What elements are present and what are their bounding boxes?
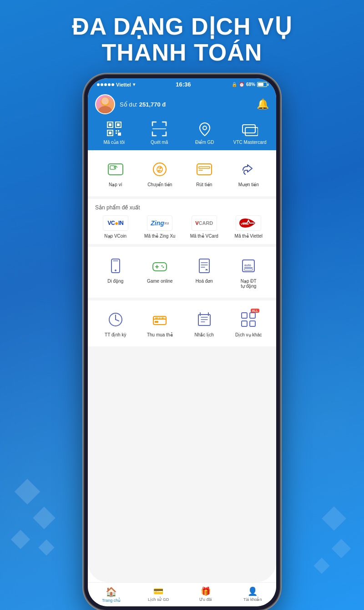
svg-rect-51	[244, 269, 253, 270]
svg-rect-19	[116, 132, 117, 134]
nap-vi-label: Nạp ví	[109, 182, 122, 187]
gift-icon: 🎁	[201, 586, 211, 596]
nav-offers[interactable]: 🎁 Ưu đãi	[182, 586, 229, 603]
thu-mua-the-icon	[150, 310, 170, 330]
zing-logo: Zing xu	[147, 215, 172, 231]
nav-home[interactable]: 🏠 Trang chủ	[88, 586, 135, 603]
svg-rect-44	[199, 259, 209, 273]
notification-bell-icon[interactable]: 🔔	[257, 98, 269, 110]
bottom-navigation: 🏠 Trang chủ 💳 Lịch sử GD 🎁 Ưu đãi 👤 Tài …	[88, 582, 276, 606]
service-nap-vi[interactable]: Nạp ví	[95, 159, 136, 187]
rut-tien-label: Rút tiền	[196, 182, 212, 187]
product-zing[interactable]: Zing xu Mã thẻ Zing Xu	[140, 215, 181, 239]
status-bar: Viettel ▾ 16:36 🔒 ⏰ 68%	[88, 78, 276, 91]
svg-rect-32	[199, 167, 210, 168]
nap-dt-icon: auto	[238, 256, 258, 276]
svg-rect-57	[155, 321, 158, 323]
svg-rect-14	[117, 123, 120, 126]
signal-dots	[97, 83, 114, 86]
svg-rect-4	[322, 506, 346, 531]
quick-action-scan[interactable]: Quét mã	[137, 120, 182, 145]
svg-rect-23	[243, 125, 255, 133]
featured-title: Sản phẩm đề xuất	[95, 204, 269, 211]
svg-rect-1	[33, 507, 55, 529]
svg-point-22	[203, 126, 207, 130]
di-dong-label: Di động	[107, 279, 123, 284]
nhac-lich-label: Nhắc lịch	[195, 332, 214, 337]
services-section-2: TT định kỳ	[88, 300, 276, 346]
zing-label: Mã thẻ Zing Xu	[144, 234, 175, 239]
service-tt-dinh-ky[interactable]: TT định kỳ	[95, 310, 136, 337]
scan-label: Quét mã	[151, 140, 168, 145]
nav-offers-label: Ưu đãi	[199, 597, 212, 602]
service-hoa-don[interactable]: Hoá đơn	[184, 256, 225, 289]
product-viettel[interactable]: Viettel Mã thẻ Viettel	[228, 215, 269, 239]
di-dong-icon	[106, 256, 126, 276]
lock-icon: 🔒	[232, 82, 237, 87]
svg-rect-3	[38, 539, 54, 555]
battery-percent: 68%	[246, 82, 255, 87]
main-services-section: Nạp ví	[88, 150, 276, 196]
nap-vi-icon	[106, 159, 126, 179]
service-thu-mua-the[interactable]: Thu mua thẻ	[140, 310, 181, 337]
balance-container: Số dư: 251,770 đ	[120, 101, 166, 108]
svg-point-9	[101, 97, 109, 105]
quick-action-qr[interactable]: Mã của tôi	[91, 120, 137, 145]
product-vcard[interactable]: VCARD Mã thẻ VCard	[184, 215, 225, 239]
service-chuyen-tien[interactable]: Chuyển tiền	[140, 159, 181, 187]
tt-dinh-ky-label: TT định kỳ	[105, 332, 126, 337]
carrier-name: Viettel	[116, 82, 131, 87]
account-icon: 👤	[248, 586, 258, 596]
svg-rect-20	[118, 132, 121, 136]
service-game-online[interactable]: Game online	[140, 256, 181, 289]
svg-point-42	[162, 265, 163, 267]
service-nhac-lich[interactable]: Nhắc lịch	[184, 310, 225, 337]
service-rut-tien[interactable]: Rút tiền	[184, 159, 225, 187]
nav-home-label: Trang chủ	[102, 598, 121, 603]
dich-vu-khac-icon: ALL	[238, 310, 258, 330]
content-area: Nạp ví	[88, 150, 276, 582]
history-icon: 💳	[153, 586, 163, 596]
svg-rect-74	[242, 321, 247, 326]
nap-dt-label: Nạp ĐT tự động	[241, 279, 257, 289]
service-nap-dt[interactable]: auto Nạp ĐT tự động	[228, 256, 269, 289]
location-label: Điểm GD	[195, 140, 214, 145]
hoa-don-label: Hoá đơn	[196, 279, 213, 284]
svg-rect-17	[116, 130, 117, 132]
nhac-lich-icon	[194, 310, 214, 330]
services-grid-2: TT định kỳ	[95, 306, 269, 341]
thu-mua-the-label: Thu mua thẻ	[147, 332, 173, 337]
user-info: Số dư: 251,770 đ	[95, 94, 166, 114]
svg-rect-75	[250, 321, 255, 326]
header-title: ĐA DẠNG DỊCH VỤ THANH TOÁN	[72, 14, 292, 66]
viettel-logo: Viettel	[236, 215, 261, 231]
svg-rect-0	[15, 479, 40, 505]
svg-text:Viettel: Viettel	[241, 223, 249, 225]
top-section: Số dư: 251,770 đ 🔔	[88, 91, 276, 120]
service-khac[interactable]: ALL Dịch vụ khác	[228, 310, 269, 337]
vcoin-logo: VC●IN	[103, 215, 128, 231]
svg-rect-38	[153, 263, 167, 271]
nav-history[interactable]: 💳 Lịch sử GD	[135, 586, 182, 603]
chuyen-tien-icon	[150, 159, 170, 179]
balance-label: Số dư: 251,770 đ	[120, 101, 166, 108]
quick-action-location[interactable]: Điểm GD	[182, 120, 228, 145]
muon-tien-label: Mượn tiền	[238, 182, 259, 187]
service-di-dong[interactable]: Di động	[95, 256, 136, 289]
product-vcoin[interactable]: VC●IN Nạp VCoin	[95, 215, 136, 239]
avatar[interactable]	[95, 94, 115, 114]
svg-rect-12	[109, 123, 111, 126]
quick-action-card[interactable]: VTC Mastercard	[228, 120, 273, 145]
nav-account-label: Tài khoản	[243, 597, 262, 602]
status-left: Viettel ▾	[97, 82, 135, 87]
viettel-label: Mã thẻ Viettel	[235, 234, 263, 239]
svg-rect-16	[109, 132, 111, 134]
phone-frame: Viettel ▾ 16:36 🔒 ⏰ 68%	[84, 75, 280, 610]
nav-account[interactable]: 👤 Tài khoản	[229, 586, 277, 603]
alarm-icon: ⏰	[239, 82, 244, 87]
vcoin-label: Nạp VCoin	[104, 234, 126, 239]
scan-icon	[148, 120, 171, 138]
svg-rect-18	[118, 130, 119, 132]
service-muon-tien[interactable]: Mượn tiền	[228, 159, 269, 187]
rut-tien-icon	[194, 159, 214, 179]
